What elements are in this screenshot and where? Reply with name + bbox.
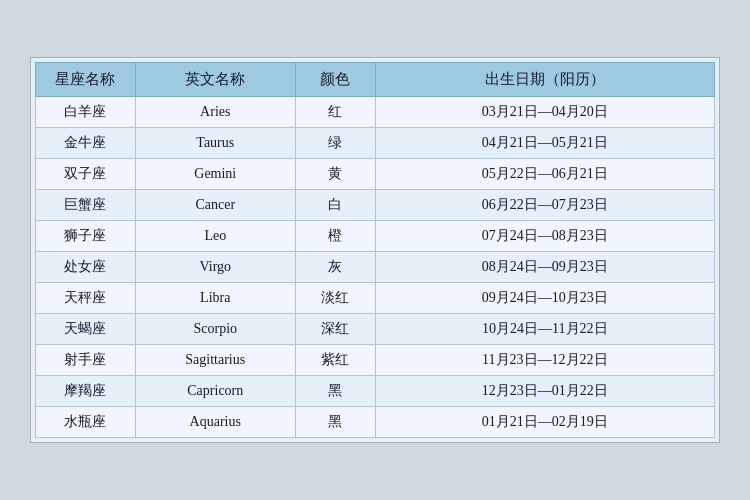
table-header-row: 星座名称 英文名称 颜色 出生日期（阳历） [36, 63, 715, 97]
cell-color: 淡红 [295, 283, 375, 314]
header-english: 英文名称 [135, 63, 295, 97]
cell-english: Libra [135, 283, 295, 314]
table-row: 天秤座Libra淡红09月24日—10月23日 [36, 283, 715, 314]
table-row: 射手座Sagittarius紫红11月23日—12月22日 [36, 345, 715, 376]
zodiac-table-container: 星座名称 英文名称 颜色 出生日期（阳历） 白羊座Aries红03月21日—04… [30, 57, 720, 443]
cell-color: 灰 [295, 252, 375, 283]
cell-date: 11月23日—12月22日 [375, 345, 714, 376]
header-chinese: 星座名称 [36, 63, 136, 97]
cell-color: 黑 [295, 376, 375, 407]
cell-chinese: 处女座 [36, 252, 136, 283]
cell-chinese: 金牛座 [36, 128, 136, 159]
cell-color: 白 [295, 190, 375, 221]
cell-color: 深红 [295, 314, 375, 345]
table-row: 双子座Gemini黄05月22日—06月21日 [36, 159, 715, 190]
zodiac-table: 星座名称 英文名称 颜色 出生日期（阳历） 白羊座Aries红03月21日—04… [35, 62, 715, 438]
cell-english: Gemini [135, 159, 295, 190]
cell-chinese: 摩羯座 [36, 376, 136, 407]
cell-chinese: 巨蟹座 [36, 190, 136, 221]
header-color: 颜色 [295, 63, 375, 97]
cell-english: Capricorn [135, 376, 295, 407]
table-row: 巨蟹座Cancer白06月22日—07月23日 [36, 190, 715, 221]
cell-date: 12月23日—01月22日 [375, 376, 714, 407]
header-date: 出生日期（阳历） [375, 63, 714, 97]
table-row: 处女座Virgo灰08月24日—09月23日 [36, 252, 715, 283]
cell-chinese: 白羊座 [36, 97, 136, 128]
cell-chinese: 射手座 [36, 345, 136, 376]
cell-color: 紫红 [295, 345, 375, 376]
table-row: 天蝎座Scorpio深红10月24日—11月22日 [36, 314, 715, 345]
cell-color: 红 [295, 97, 375, 128]
table-row: 金牛座Taurus绿04月21日—05月21日 [36, 128, 715, 159]
cell-english: Virgo [135, 252, 295, 283]
cell-color: 绿 [295, 128, 375, 159]
cell-english: Cancer [135, 190, 295, 221]
cell-date: 03月21日—04月20日 [375, 97, 714, 128]
cell-date: 09月24日—10月23日 [375, 283, 714, 314]
table-row: 水瓶座Aquarius黑01月21日—02月19日 [36, 407, 715, 438]
cell-color: 黑 [295, 407, 375, 438]
cell-chinese: 天秤座 [36, 283, 136, 314]
cell-english: Taurus [135, 128, 295, 159]
cell-english: Aquarius [135, 407, 295, 438]
cell-english: Leo [135, 221, 295, 252]
cell-date: 05月22日—06月21日 [375, 159, 714, 190]
cell-english: Sagittarius [135, 345, 295, 376]
cell-english: Scorpio [135, 314, 295, 345]
cell-chinese: 天蝎座 [36, 314, 136, 345]
cell-date: 01月21日—02月19日 [375, 407, 714, 438]
table-row: 白羊座Aries红03月21日—04月20日 [36, 97, 715, 128]
cell-date: 10月24日—11月22日 [375, 314, 714, 345]
cell-color: 橙 [295, 221, 375, 252]
cell-chinese: 狮子座 [36, 221, 136, 252]
cell-date: 07月24日—08月23日 [375, 221, 714, 252]
cell-chinese: 双子座 [36, 159, 136, 190]
table-row: 狮子座Leo橙07月24日—08月23日 [36, 221, 715, 252]
cell-english: Aries [135, 97, 295, 128]
table-row: 摩羯座Capricorn黑12月23日—01月22日 [36, 376, 715, 407]
cell-color: 黄 [295, 159, 375, 190]
cell-date: 06月22日—07月23日 [375, 190, 714, 221]
cell-date: 04月21日—05月21日 [375, 128, 714, 159]
cell-chinese: 水瓶座 [36, 407, 136, 438]
cell-date: 08月24日—09月23日 [375, 252, 714, 283]
